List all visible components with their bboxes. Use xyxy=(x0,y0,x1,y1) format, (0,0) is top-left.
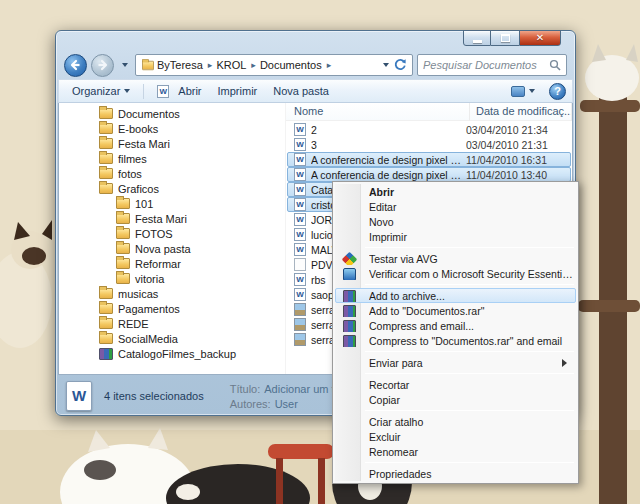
red-stool xyxy=(268,444,334,459)
winrar-icon xyxy=(343,320,356,333)
history-dropdown-button[interactable] xyxy=(118,55,131,75)
menu-label: Verificar com o Microsoft Security Essen… xyxy=(369,267,575,281)
menu-label: Add to "Documentos.rar" xyxy=(369,304,575,318)
forward-arrow-icon xyxy=(96,59,109,71)
toolbar-separator xyxy=(143,84,144,99)
sidebar-item-rede[interactable]: REDE xyxy=(59,316,285,331)
sidebar-item-reformar[interactable]: Reformar xyxy=(59,256,285,271)
refresh-icon[interactable] xyxy=(393,58,407,72)
breadcrumb[interactable]: ByTeresa KROL Documentos xyxy=(135,54,413,76)
minimize-button[interactable] xyxy=(463,30,491,46)
views-icon xyxy=(511,86,525,97)
sidebar-item-musicas[interactable]: musicas xyxy=(59,286,285,301)
forward-button[interactable] xyxy=(91,54,114,77)
menu-separator xyxy=(365,410,574,411)
nova-pasta-button[interactable]: Nova pasta xyxy=(266,82,336,100)
sidebar-item-graficos[interactable]: Graficos xyxy=(59,181,285,196)
file-row[interactable]: 303/04/2010 21:31 xyxy=(287,137,571,152)
sidebar-item-documentos[interactable]: Documentos xyxy=(59,106,285,121)
column-header-nome[interactable]: Nome xyxy=(286,103,470,121)
crumb-label: Documentos xyxy=(260,59,322,71)
menu-item-enviar-para[interactable]: Enviar para xyxy=(335,355,576,370)
tree-label: filmes xyxy=(118,153,147,165)
imprimir-button[interactable]: Imprimir xyxy=(211,82,265,100)
word-file-icon xyxy=(294,243,306,256)
menu-item-compress-to-rar-and-email[interactable]: Compress to "Documentos.rar" and email xyxy=(335,333,576,348)
close-button[interactable] xyxy=(519,30,561,46)
menu-item-verificar-mse[interactable]: Verificar com o Microsoft Security Essen… xyxy=(335,266,576,281)
organizar-button[interactable]: Organizar xyxy=(65,82,137,100)
back-arrow-icon xyxy=(69,59,82,71)
menu-label: Recortar xyxy=(369,378,575,392)
menu-item-criar-atalho[interactable]: Criar atalho xyxy=(335,414,576,429)
navigation-bar: ByTeresa KROL Documentos xyxy=(56,51,575,79)
help-button[interactable] xyxy=(549,83,566,100)
folder-icon xyxy=(99,333,113,344)
menu-item-recortar[interactable]: Recortar xyxy=(335,377,576,392)
folder-icon xyxy=(99,108,113,119)
organizar-label: Organizar xyxy=(72,85,120,97)
crumb-byteresa[interactable]: ByTeresa xyxy=(155,58,214,72)
sidebar-item-ebooks[interactable]: E-books xyxy=(59,121,285,136)
menu-item-excluir[interactable]: Excluir xyxy=(335,429,576,444)
file-name: 2 xyxy=(311,124,466,136)
sidebar-item-fotos[interactable]: fotos xyxy=(59,166,285,181)
maximize-button[interactable] xyxy=(491,30,519,46)
tree-label: SocialMedia xyxy=(118,333,178,345)
sidebar-item-socialmedia[interactable]: SocialMedia xyxy=(59,331,285,346)
search-icon xyxy=(549,59,561,71)
file-date: 11/04/2010 13:40 xyxy=(466,169,568,181)
cat-tree-post xyxy=(599,70,627,504)
sidebar-item-vitoria[interactable]: vitoria xyxy=(59,271,285,286)
sidebar-item-festa-mari[interactable]: Festa Mari xyxy=(59,136,285,151)
file-row-selected[interactable]: A conferencia de design pixel show acon.… xyxy=(287,152,571,167)
maximize-icon xyxy=(501,34,510,42)
sidebar-item-filmes[interactable]: filmes xyxy=(59,151,285,166)
menu-item-compress-and-email[interactable]: Compress and email... xyxy=(335,318,576,333)
file-row-selected[interactable]: A conferencia de design pixel show acon.… xyxy=(287,167,571,182)
toolbar-right xyxy=(504,83,566,100)
menu-item-renomear[interactable]: Renomear xyxy=(335,444,576,459)
window-titlebar[interactable] xyxy=(56,31,575,51)
menu-item-add-to-archive[interactable]: Add to archive... xyxy=(335,288,576,303)
menu-item-propriedades[interactable]: Propriedades xyxy=(335,466,576,481)
crumb-label: ByTeresa xyxy=(157,59,203,71)
column-header-data[interactable]: Data de modificaç... xyxy=(470,103,572,121)
winrar-icon xyxy=(343,335,356,348)
menu-item-imprimir[interactable]: Imprimir xyxy=(335,229,576,244)
address-dropdown-icon[interactable] xyxy=(383,63,389,67)
views-button[interactable] xyxy=(504,83,542,100)
menu-item-novo[interactable]: Novo xyxy=(335,214,576,229)
folder-icon xyxy=(99,183,113,194)
menu-item-editar[interactable]: Editar xyxy=(335,199,576,214)
tree-label: Festa Mari xyxy=(135,213,187,225)
word-file-icon xyxy=(294,123,306,136)
sidebar-item-festa-mari-sub[interactable]: Festa Mari xyxy=(59,211,285,226)
imprimir-label: Imprimir xyxy=(218,85,258,97)
abrir-button[interactable]: Abrir xyxy=(150,82,208,101)
sidebar-item-catalogofilmes-backup[interactable]: CatalogoFilmes_backup xyxy=(59,346,285,361)
menu-item-copiar[interactable]: Copiar xyxy=(335,392,576,407)
crumb-documentos[interactable]: Documentos xyxy=(258,58,333,72)
folder-icon xyxy=(116,228,130,239)
tree-label: musicas xyxy=(118,288,158,300)
menu-item-add-to-documentos-rar[interactable]: Add to "Documentos.rar" xyxy=(335,303,576,318)
sidebar-item-pagamentos[interactable]: Pagamentos xyxy=(59,301,285,316)
sidebar-item-nova-pasta[interactable]: Nova pasta xyxy=(59,241,285,256)
word-file-icon xyxy=(294,168,306,181)
menu-separator xyxy=(365,373,574,374)
close-icon xyxy=(536,31,544,45)
file-row[interactable]: 203/04/2010 21:34 xyxy=(287,122,571,137)
sidebar-item-fotos-sub[interactable]: FOTOS xyxy=(59,226,285,241)
search-input[interactable] xyxy=(423,59,549,71)
back-button[interactable] xyxy=(64,54,87,77)
folder-icon xyxy=(116,198,130,209)
sidebar-item-101[interactable]: 101 xyxy=(59,196,285,211)
folder-icon xyxy=(142,60,154,69)
menu-label: Renomear xyxy=(369,445,575,459)
tree-label: vitoria xyxy=(135,273,164,285)
menu-item-abrir[interactable]: Abrir xyxy=(335,184,576,199)
autores-value[interactable]: User xyxy=(275,398,298,410)
crumb-krol[interactable]: KROL xyxy=(214,58,258,72)
menu-item-testar-avg[interactable]: Testar via AVG xyxy=(335,251,576,266)
